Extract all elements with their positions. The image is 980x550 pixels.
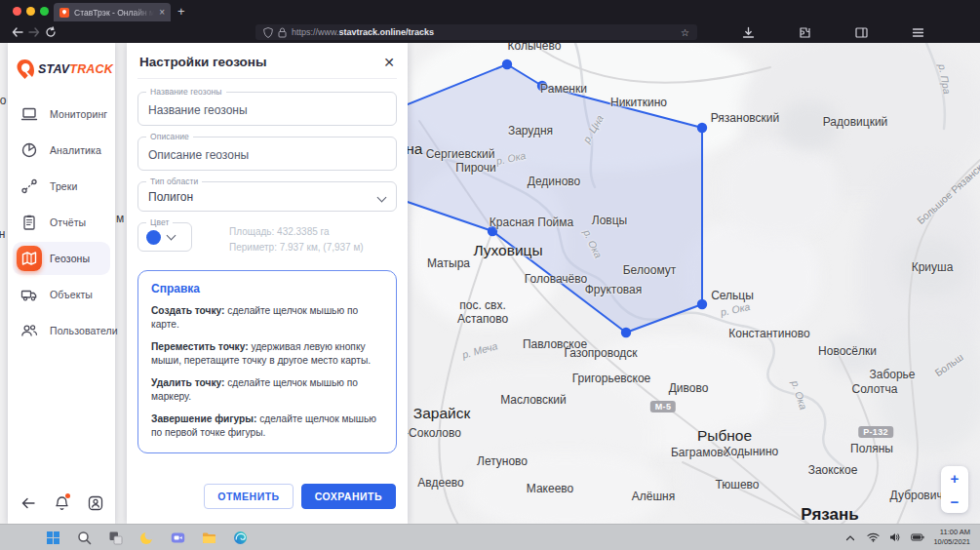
sidebar-item-label: Объекты xyxy=(50,289,93,300)
area-type-label: Тип области xyxy=(146,177,202,186)
browser-tab[interactable]: СтавТрэк - Онлайн мониторин × xyxy=(54,3,171,21)
map-zoom-controls: + − xyxy=(941,466,968,513)
back-icon[interactable] xyxy=(10,24,25,40)
browser-toolbar-icons xyxy=(740,21,925,43)
forward-icon[interactable] xyxy=(26,24,42,40)
notifications-bell-icon[interactable] xyxy=(54,494,70,511)
sidebar-footer xyxy=(8,483,115,525)
save-button[interactable]: СОХРАНИТЬ xyxy=(301,484,396,509)
wifi-icon[interactable] xyxy=(866,530,880,544)
download-icon[interactable] xyxy=(740,24,756,40)
collapse-arrow-icon[interactable] xyxy=(20,494,36,511)
tab-title: СтавТрэк - Онлайн мониторин xyxy=(74,8,154,18)
url-bar[interactable]: https://www.stavtrack.online/tracks ☆ xyxy=(255,24,697,40)
geozone-settings-panel: Настройки геозоны ✕ Название геозоны Опи… xyxy=(127,43,408,525)
chevron-down-icon xyxy=(377,193,387,203)
taskbar-apps xyxy=(45,530,249,546)
sidebar-icon[interactable] xyxy=(853,24,869,40)
file-explorer-icon[interactable] xyxy=(201,530,217,546)
sidebar-item-tracks[interactable]: Треки xyxy=(13,170,110,203)
sidebar-item-geozones[interactable]: Геозоны xyxy=(13,242,110,275)
menu-icon[interactable] xyxy=(910,24,925,40)
help-item: Создать точку: сделайте щелчок мышью по … xyxy=(151,304,383,333)
sidebar-item-label: Треки xyxy=(50,180,77,192)
tray-date: 10/05/2021 xyxy=(933,537,970,547)
area-stat: Площадь: 432.3385 га xyxy=(229,224,364,240)
color-select[interactable]: Цвет xyxy=(137,222,192,252)
window-zoom-button[interactable] xyxy=(40,7,49,16)
monitor-icon xyxy=(17,101,42,127)
new-tab-button[interactable]: + xyxy=(177,3,185,20)
volume-icon[interactable] xyxy=(888,530,902,544)
url-text: https://www.stavtrack.online/tracks xyxy=(292,27,434,37)
polygon-vertex-handle[interactable] xyxy=(488,226,497,236)
help-box: Справка Создать точку: сделайте щелчок м… xyxy=(137,270,397,453)
road-badge: Р-132 xyxy=(858,426,893,438)
geozone-name-label: Название геозоны xyxy=(146,87,226,97)
chevron-down-icon xyxy=(167,231,176,241)
color-row: Цвет Площадь: 432.3385 га Периметр: 7.93… xyxy=(137,222,397,255)
system-tray: 11:00 AM 10/05/2021 xyxy=(843,528,970,547)
sidebar-item-monitor[interactable]: Мониторинг xyxy=(13,98,110,131)
help-item: Переместить точку: удерживая левую кнопк… xyxy=(151,340,383,369)
sidebar-item-label: Отчёты xyxy=(50,216,86,228)
sidebar-item-label: Аналитика xyxy=(50,144,101,156)
search-icon[interactable] xyxy=(76,530,93,546)
tab-close-icon[interactable]: × xyxy=(159,8,165,18)
tab-favicon-icon xyxy=(59,8,69,18)
teams-chat-icon[interactable] xyxy=(170,530,186,546)
profile-icon[interactable] xyxy=(87,494,103,511)
polygon-vertex-handle[interactable] xyxy=(697,299,707,309)
description-input[interactable] xyxy=(148,148,374,162)
chevron-up-icon[interactable] xyxy=(843,530,857,544)
window-close-button[interactable] xyxy=(13,7,21,16)
lock-icon xyxy=(278,27,287,38)
sidebar-item-reports[interactable]: Отчёты xyxy=(13,206,110,239)
screen: КолычевоРаменкиНикиткиноЗарудняСергиевск… xyxy=(0,0,980,550)
cancel-button[interactable]: ОТМЕНИТЬ xyxy=(204,484,293,509)
battery-icon[interactable] xyxy=(911,530,924,544)
brand-logo: STAVTRACK xyxy=(8,43,115,94)
window-minimize-button[interactable] xyxy=(26,7,35,16)
polygon-vertex-handle[interactable] xyxy=(697,123,707,133)
extensions-icon[interactable] xyxy=(797,24,812,40)
brand-wordmark: STAVTRACK xyxy=(38,62,113,76)
zoom-in-button[interactable]: + xyxy=(941,466,968,490)
tracking-shield-icon xyxy=(263,27,273,38)
color-swatch xyxy=(146,230,161,245)
sidebar-item-analytics[interactable]: Аналитика xyxy=(13,134,110,167)
road-badge: М-5 xyxy=(650,401,676,412)
zoom-out-button[interactable]: − xyxy=(941,490,968,513)
task-view-icon[interactable] xyxy=(107,530,124,546)
area-type-select[interactable]: Тип области Полигон xyxy=(137,181,397,212)
tracks-icon xyxy=(17,174,42,199)
geozone-name-input[interactable] xyxy=(148,103,374,117)
close-icon[interactable]: ✕ xyxy=(383,56,395,69)
sidebar-item-objects[interactable]: Объекты xyxy=(13,278,110,311)
panel-actions: ОТМЕНИТЬ СОХРАНИТЬ xyxy=(137,480,397,515)
notification-dot xyxy=(65,493,70,498)
windows-taskbar: 11:00 AM 10/05/2021 xyxy=(0,524,980,550)
panel-header: Настройки геозоны ✕ xyxy=(137,53,397,79)
taskbar-clock[interactable]: 11:00 AM 10/05/2021 xyxy=(933,528,970,547)
polygon-vertex-handle[interactable] xyxy=(621,328,631,337)
geozone-name-field[interactable]: Название геозоны xyxy=(137,92,397,126)
edge-icon[interactable] xyxy=(232,530,249,546)
description-field[interactable]: Описание xyxy=(137,137,397,171)
browser-chrome: СтавТрэк - Онлайн мониторин × + xyxy=(0,0,980,43)
tray-time: 11:00 AM xyxy=(933,528,970,537)
polygon-vertex-handle[interactable] xyxy=(537,81,547,91)
objects-icon xyxy=(17,282,42,307)
windows-start-icon[interactable] xyxy=(45,530,61,546)
sidebar-item-label: Геозоны xyxy=(50,253,90,264)
browser-navbar: https://www.stavtrack.online/tracks ☆ xyxy=(0,21,980,43)
reload-icon[interactable] xyxy=(43,24,59,40)
firefox-icon[interactable] xyxy=(138,530,155,546)
sidebar-item-users[interactable]: Пользователи xyxy=(13,314,110,347)
help-item: Удалить точку: сделайте щелчок мышью по … xyxy=(151,376,383,405)
bookmark-star-icon[interactable]: ☆ xyxy=(681,27,689,38)
help-item: Завершение фигуры: сделайте щелчок мышью… xyxy=(151,412,383,441)
polygon-vertex-handle[interactable] xyxy=(502,59,512,69)
perimeter-stat: Периметр: 7.937 км, (7,937 м) xyxy=(229,240,364,255)
panel-title: Настройки геозоны xyxy=(139,55,266,69)
